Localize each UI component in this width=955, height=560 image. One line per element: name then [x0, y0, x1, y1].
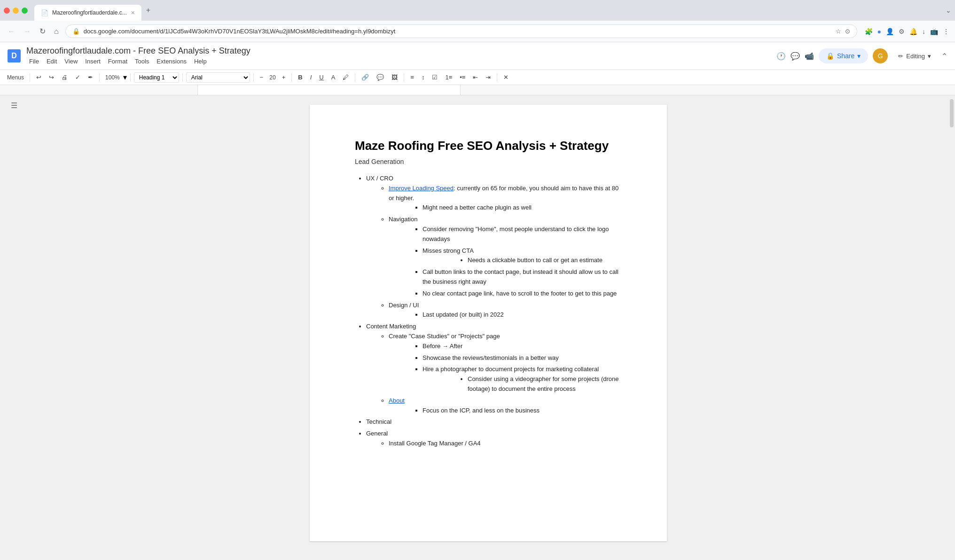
google-account-icon[interactable]: 👤: [886, 28, 894, 35]
general-text: General: [366, 430, 388, 437]
underline-button[interactable]: U: [316, 72, 326, 83]
link-button[interactable]: 🔗: [359, 72, 372, 83]
docs-header-actions: 🕐 💬 📹 🔒 Share ▾ G: [776, 48, 888, 63]
photographer-children: Consider using a videographer for some p…: [423, 374, 622, 394]
highlight-button[interactable]: 🖊: [340, 72, 352, 83]
history-icon[interactable]: 🕐: [776, 52, 786, 61]
reader-mode-icon[interactable]: ⊙: [845, 28, 850, 35]
font-size-control: − 20 +: [257, 72, 289, 83]
browser-collapse-button[interactable]: ⌄: [946, 7, 951, 14]
showcase-reviews-text: Showcase the reviews/testimonials in a b…: [423, 354, 559, 361]
bulleted-list-button[interactable]: •≡: [457, 72, 468, 83]
main-area: ☰ Maze Roofing Free SEO Analysis + Strat…: [0, 95, 955, 560]
document-wrapper[interactable]: Maze Roofing Free SEO Analysis + Strateg…: [28, 95, 948, 560]
tab-title: Mazeroofingfortlauderdale.c...: [52, 9, 127, 16]
bold-button[interactable]: B: [295, 72, 305, 83]
menu-format[interactable]: Format: [105, 57, 130, 66]
tab-bar: 📄 Mazeroofingfortlauderdale.c... ✕ + ⌄: [0, 0, 955, 21]
menu-extensions[interactable]: Extensions: [154, 57, 189, 66]
bookmark-icon[interactable]: ☆: [836, 28, 841, 35]
undo-button[interactable]: ↩: [33, 72, 44, 83]
align-button[interactable]: ≡: [407, 72, 417, 83]
toolbar-menus[interactable]: Menus: [5, 73, 26, 82]
notification-icon[interactable]: 🔔: [909, 28, 917, 35]
general-children: Install Google Tag Manager / GA4: [366, 439, 622, 449]
case-studies-text: Create "Case Studies" or "Projects" page: [389, 333, 500, 340]
document-content: UX / CRO Improve Loading Speed: currentl…: [355, 174, 622, 449]
gtm-text: Install Google Tag Manager / GA4: [389, 440, 481, 447]
scroll-indicator[interactable]: [950, 99, 954, 127]
redo-button[interactable]: ↪: [46, 72, 57, 83]
print-button[interactable]: 🖨: [59, 72, 70, 83]
misses-cta-text: Misses strong CTA: [423, 247, 474, 254]
document-subtitle: Lead Generation: [355, 158, 622, 165]
more-icon[interactable]: ⋮: [943, 28, 949, 35]
increase-indent-button[interactable]: ⇥: [483, 72, 493, 83]
refresh-button[interactable]: ↻: [38, 25, 47, 38]
downloads-icon[interactable]: ↓: [922, 28, 925, 35]
numbered-list-button[interactable]: 1≡: [442, 72, 455, 83]
outline-icon[interactable]: ☰: [11, 101, 17, 110]
forward-button[interactable]: →: [22, 25, 33, 38]
comment-button[interactable]: 💬: [374, 72, 387, 83]
zoom-control[interactable]: 100% ▾: [103, 73, 127, 82]
zoom-value[interactable]: 100%: [103, 73, 122, 82]
menu-insert[interactable]: Insert: [82, 57, 103, 66]
loading-speed-children: Might need a better cache plugin as well: [389, 203, 622, 213]
extensions-icon[interactable]: 🧩: [865, 28, 873, 35]
clear-formatting-button[interactable]: ✕: [501, 72, 511, 83]
videographer-text: Consider using a videographer for some p…: [468, 375, 619, 392]
menu-file[interactable]: File: [26, 57, 42, 66]
font-size-value[interactable]: 20: [267, 73, 278, 82]
active-tab[interactable]: 📄 Mazeroofingfortlauderdale.c... ✕: [34, 5, 141, 21]
profile-icon[interactable]: ●: [877, 28, 881, 35]
menu-edit[interactable]: Edit: [44, 57, 60, 66]
menu-view[interactable]: View: [62, 57, 80, 66]
close-traffic-light[interactable]: [4, 8, 10, 14]
last-updated-text: Last updated (or built) in 2022: [423, 311, 504, 318]
font-size-increase[interactable]: +: [279, 72, 289, 83]
new-tab-button[interactable]: +: [146, 6, 150, 15]
image-button[interactable]: 🖼: [389, 72, 400, 83]
paragraph-style-select[interactable]: Heading 1 Normal text Heading 2 Heading …: [134, 72, 179, 83]
editing-dropdown-icon: ▾: [928, 53, 931, 60]
photographer-text: Hire a photographer to document projects…: [423, 366, 599, 373]
list-item: No clear contact page link, have to scro…: [423, 289, 622, 299]
paint-format-button[interactable]: ✒: [85, 72, 96, 83]
italic-button[interactable]: I: [307, 72, 315, 83]
ruler: [0, 85, 955, 95]
navigation-text: Navigation: [389, 216, 417, 223]
list-item: Design / UI Last updated (or built) in 2…: [389, 301, 622, 320]
left-sidebar: ☰: [0, 95, 28, 560]
user-avatar[interactable]: G: [873, 48, 888, 63]
settings-icon[interactable]: ⚙: [899, 28, 905, 35]
document-page: Maze Roofing Free SEO Analysis + Strateg…: [310, 105, 667, 541]
font-family-select[interactable]: Arial Times New Roman: [186, 72, 250, 83]
share-button[interactable]: 🔒 Share ▾: [819, 48, 868, 63]
collapse-panel-icon[interactable]: ⌃: [941, 52, 947, 61]
spell-check-button[interactable]: ✓: [72, 72, 83, 83]
cast-icon[interactable]: 📺: [930, 28, 938, 35]
call-button-text: Call button links to the contact page, b…: [423, 268, 618, 285]
checklist-button[interactable]: ☑: [429, 72, 440, 83]
docs-document-title[interactable]: Mazeroofingfortlaudale.com - Free SEO An…: [26, 46, 771, 56]
home-button[interactable]: ⌂: [52, 25, 61, 38]
maximize-traffic-light[interactable]: [22, 8, 28, 14]
menu-help[interactable]: Help: [191, 57, 210, 66]
text-color-button[interactable]: A: [329, 72, 338, 83]
improve-loading-speed-link[interactable]: Improve Loading Speed: [389, 185, 454, 192]
video-call-icon[interactable]: 📹: [805, 52, 814, 61]
url-text: docs.google.com/document/d/1lJCd5w4W3oKr…: [84, 28, 832, 35]
menu-tools[interactable]: Tools: [132, 57, 152, 66]
about-link[interactable]: About: [389, 397, 405, 404]
line-spacing-button[interactable]: ↕: [419, 72, 428, 83]
docs-app: D Mazeroofingfortlaudale.com - Free SEO …: [0, 42, 955, 560]
minimize-traffic-light[interactable]: [13, 8, 19, 14]
decrease-indent-button[interactable]: ⇤: [470, 72, 481, 83]
back-button[interactable]: ←: [6, 25, 17, 38]
comments-icon[interactable]: 💬: [791, 52, 800, 61]
editing-indicator[interactable]: ✏ Editing ▾: [898, 53, 931, 60]
url-bar[interactable]: 🔒 docs.google.com/document/d/1lJCd5w4W3o…: [65, 24, 857, 38]
font-size-decrease[interactable]: −: [257, 72, 266, 83]
tab-close-button[interactable]: ✕: [131, 10, 135, 16]
